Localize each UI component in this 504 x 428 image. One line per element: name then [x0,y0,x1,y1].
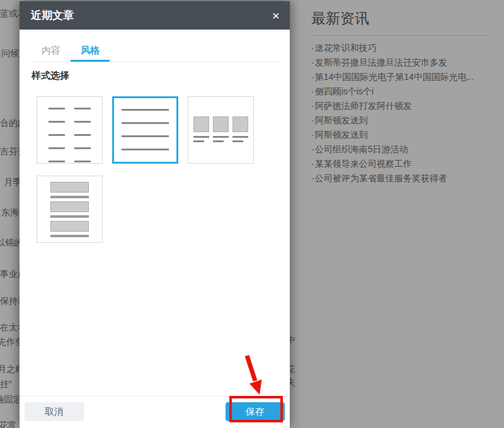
modal-header: 近期文章 × [20,1,290,30]
modal-footer: 取消 保存 [20,396,290,428]
style-option-stacked-banners[interactable] [37,176,103,243]
style-option-card-grid[interactable] [188,96,254,164]
modal-title: 近期文章 [31,1,74,30]
close-icon[interactable]: × [272,1,280,30]
cancel-button[interactable]: 取消 [25,402,84,421]
tab-bar: 内容 风格 [32,40,278,62]
style-option-two-column-list[interactable] [37,96,103,164]
tab-style[interactable]: 风格 [71,40,110,62]
style-section-title: 样式选择 [32,70,278,82]
style-options-grid [37,96,278,243]
recent-articles-modal: 近期文章 × 内容 风格 样式选择 取消 保存 [20,1,290,428]
modal-body: 内容 风格 样式选择 [20,40,290,243]
style-option-single-column-list[interactable] [112,96,178,164]
tab-content[interactable]: 内容 [32,40,71,62]
save-button[interactable]: 保存 [226,402,285,421]
